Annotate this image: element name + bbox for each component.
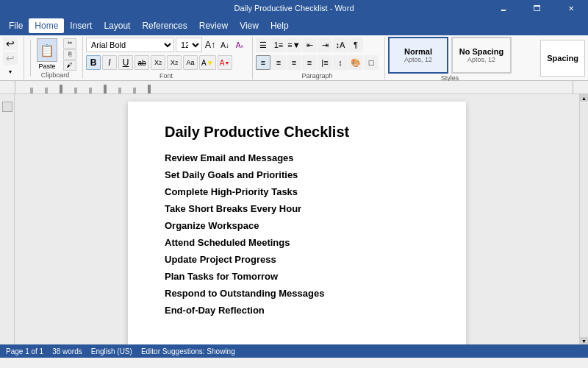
scrollbar[interactable]: ▲ ▼ bbox=[579, 94, 588, 344]
shrink-font-button[interactable]: A↓ bbox=[218, 38, 232, 52]
clipboard-label: Clipboard bbox=[41, 71, 70, 79]
bullets-button[interactable]: ☰ bbox=[256, 38, 270, 52]
menu-review[interactable]: Review bbox=[193, 18, 234, 33]
font-name-select[interactable]: Arial Bold bbox=[86, 38, 174, 52]
close-button[interactable]: ✕ bbox=[554, 0, 588, 16]
show-para-marks-button[interactable]: ¶ bbox=[348, 38, 363, 52]
align-right-button[interactable]: ≡ bbox=[287, 55, 301, 70]
undo-group: ↩ ↩ ▼ bbox=[3, 37, 24, 79]
subscript-button[interactable]: X2 bbox=[151, 55, 165, 70]
status-bar: Page 1 of 1 38 words English (US) Editor… bbox=[0, 344, 588, 358]
document-page: Daily Productive Checklist Review Email … bbox=[128, 102, 466, 344]
doc-item-6: Update Project Progress bbox=[165, 254, 429, 265]
paste-button[interactable]: 📋 Paste bbox=[34, 37, 60, 71]
highlight-color-button[interactable]: A▼ bbox=[199, 55, 216, 70]
style-normal-label: Normal bbox=[404, 47, 432, 56]
menu-bar: File Home Insert Layout References Revie… bbox=[0, 16, 588, 35]
superscript-button[interactable]: X2 bbox=[167, 55, 182, 70]
menu-file[interactable]: File bbox=[3, 18, 29, 33]
style-nospacing-label: No Spacing bbox=[459, 47, 504, 56]
doc-item-0: Review Email and Messages bbox=[165, 152, 429, 163]
page-container: Daily Productive Checklist Review Email … bbox=[15, 94, 579, 344]
doc-item-9: End-of-Day Reflection bbox=[165, 305, 429, 316]
menu-references[interactable]: References bbox=[136, 18, 193, 33]
doc-item-7: Plan Tasks for Tomorrow bbox=[165, 271, 429, 282]
minimize-button[interactable]: 🗕 bbox=[487, 0, 520, 16]
redo-button[interactable]: ↩ bbox=[3, 52, 18, 65]
style-boxes: Normal Aptos, 12 No Spacing Aptos, 12 bbox=[388, 37, 512, 74]
font-group-label: Font bbox=[86, 72, 246, 79]
menu-help[interactable]: Help bbox=[265, 18, 295, 33]
undo-button[interactable]: ↩ bbox=[3, 37, 18, 50]
clipboard-small-buttons: ✂ ⎘ 🖌 bbox=[63, 38, 76, 71]
align-left-button[interactable]: ≡ bbox=[256, 55, 270, 70]
cut-button[interactable]: ✂ bbox=[63, 38, 76, 49]
doc-item-4: Organize Workspace bbox=[165, 220, 429, 231]
para-group-label: Paragraph bbox=[256, 72, 379, 79]
menu-layout[interactable]: Layout bbox=[98, 18, 136, 33]
menu-insert[interactable]: Insert bbox=[64, 18, 98, 33]
line-spacing-button[interactable]: ↕ bbox=[333, 55, 348, 70]
italic-button[interactable]: I bbox=[102, 55, 117, 70]
doc-item-8: Respond to Outstanding Messages bbox=[165, 288, 429, 299]
align-center-button[interactable]: ≡ bbox=[271, 55, 286, 70]
font-color-button[interactable]: A▼ bbox=[218, 55, 232, 70]
justify-button[interactable]: ≡ bbox=[302, 55, 317, 70]
maximize-button[interactable]: 🗖 bbox=[520, 0, 554, 16]
document-area: Daily Productive Checklist Review Email … bbox=[0, 94, 588, 344]
doc-item-5: Attend Scheduled Meetings bbox=[165, 237, 429, 248]
numbering-button[interactable]: 1≡ bbox=[271, 38, 286, 52]
editor-indicator: Editor Suggestions: Showing bbox=[141, 347, 235, 355]
ribbon: ↩ ↩ ▼ 📋 Paste ✂ ⎘ 🖌 Clipboard Arial Bold bbox=[0, 35, 588, 81]
document-title: Daily Productive Checklist bbox=[165, 124, 429, 141]
format-painter-button[interactable]: 🖌 bbox=[63, 60, 76, 71]
spacing-panel[interactable]: Spacing bbox=[540, 40, 585, 77]
undo-dropdown[interactable]: ▼ bbox=[3, 66, 18, 78]
spacing-label: Spacing bbox=[547, 54, 578, 63]
style-no-spacing[interactable]: No Spacing Aptos, 12 bbox=[451, 37, 512, 74]
style-normal[interactable]: Normal Aptos, 12 bbox=[388, 37, 448, 74]
bold-button[interactable]: B bbox=[86, 55, 101, 70]
style-normal-sub: Aptos, 12 bbox=[404, 56, 432, 63]
strikethrough-button[interactable]: ab bbox=[135, 55, 149, 70]
left-sidebar bbox=[0, 94, 15, 344]
sort-button[interactable]: ↕A bbox=[333, 38, 348, 52]
clear-formatting-button[interactable]: Aₓ bbox=[233, 38, 246, 52]
doc-item-1: Set Daily Goals and Priorities bbox=[165, 169, 429, 180]
increase-indent-button[interactable]: ⇥ bbox=[318, 38, 332, 52]
styles-group-label: Styles bbox=[388, 74, 512, 82]
font-group: Arial Bold 12 A↑ A↓ Aₓ B I U ab X2 X2 Aa… bbox=[86, 37, 253, 79]
grow-font-button[interactable]: A↑ bbox=[204, 38, 217, 52]
menu-home[interactable]: Home bbox=[29, 18, 64, 33]
left-panel-icon[interactable] bbox=[2, 102, 12, 112]
decrease-indent-button[interactable]: ⇤ bbox=[302, 38, 317, 52]
copy-button[interactable]: ⎘ bbox=[63, 49, 76, 60]
ruler bbox=[15, 81, 573, 93]
paragraph-group: ☰ 1≡ ≡▼ ⇤ ⇥ ↕A ¶ ≡ ≡ ≡ ≡ |≡ ↕ 🎨 □ Paragr… bbox=[256, 37, 385, 79]
paste-icon: 📋 bbox=[37, 38, 57, 62]
border-button[interactable]: □ bbox=[364, 55, 379, 70]
multilevel-list-button[interactable]: ≡▼ bbox=[287, 38, 301, 52]
font-size-select[interactable]: 12 bbox=[176, 38, 202, 52]
page-indicator: Page 1 of 1 bbox=[6, 347, 43, 355]
ruler-side-right bbox=[573, 81, 588, 93]
change-case-button[interactable]: Aa bbox=[183, 55, 198, 70]
ruler-side-left bbox=[0, 81, 15, 93]
styles-group: Normal Aptos, 12 No Spacing Aptos, 12 St… bbox=[388, 37, 512, 79]
underline-button[interactable]: U bbox=[118, 55, 133, 70]
doc-item-2: Complete High-Priority Tasks bbox=[165, 186, 429, 197]
ribbon-divider-1 bbox=[30, 40, 31, 77]
style-nospacing-sub: Aptos, 12 bbox=[467, 56, 495, 63]
window-title: Daily Productive Checklist - Word bbox=[234, 4, 354, 13]
menu-view[interactable]: View bbox=[234, 18, 265, 33]
doc-item-3: Take Short Breaks Every Hour bbox=[165, 203, 429, 214]
columns-button[interactable]: |≡ bbox=[318, 55, 332, 70]
language-indicator: English (US) bbox=[91, 347, 132, 355]
ruler-area bbox=[0, 81, 588, 94]
title-bar: Daily Productive Checklist - Word 🗕 🗖 ✕ bbox=[0, 0, 588, 16]
shading-button[interactable]: 🎨 bbox=[348, 55, 363, 70]
word-count: 38 words bbox=[52, 347, 82, 355]
